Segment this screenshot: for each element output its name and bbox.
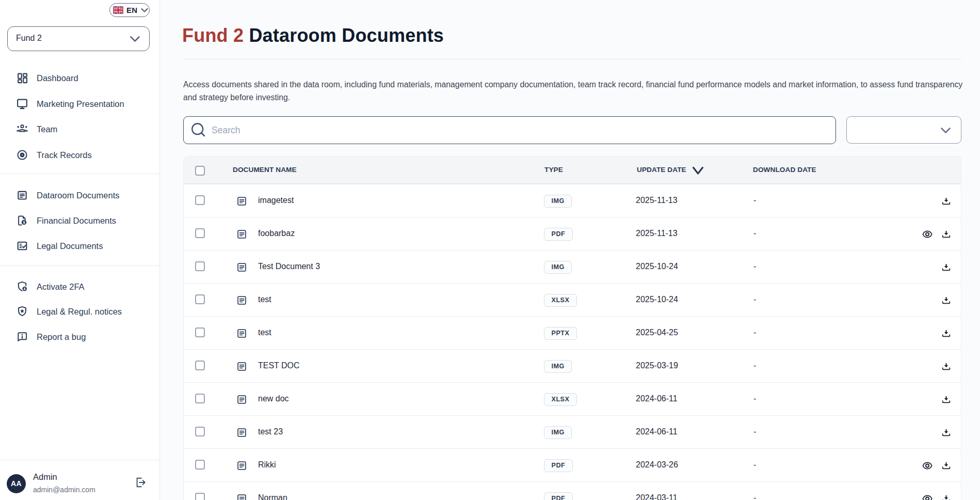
svg-text:$: $ [23, 221, 25, 225]
